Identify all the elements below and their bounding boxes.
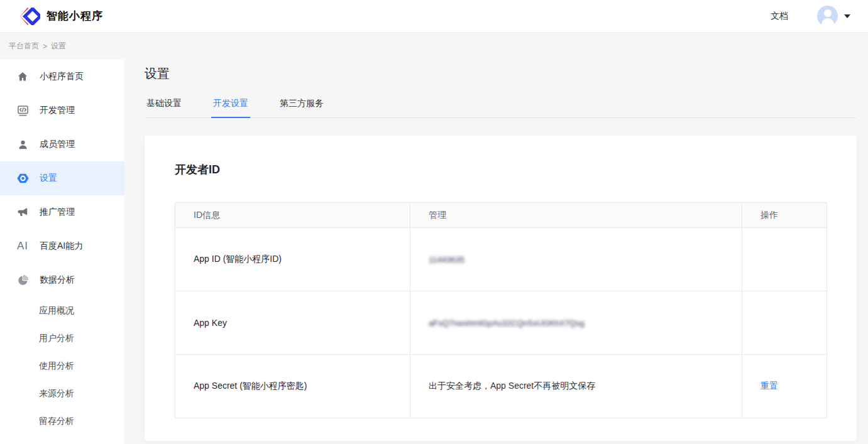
app-id-label: App ID (智能小程序ID): [175, 228, 410, 291]
sidebar-subitem-source-analysis[interactable]: 来源分析: [0, 380, 124, 408]
megaphone-icon: [16, 207, 30, 219]
brand-title: 智能小程序: [47, 9, 103, 23]
settings-icon: [16, 172, 30, 185]
pie-chart-icon: [16, 274, 30, 286]
app-key-action-cell: [742, 291, 827, 355]
sidebar-item-home[interactable]: 小程序首页: [0, 60, 124, 94]
reset-secret-link[interactable]: 重置: [761, 381, 778, 391]
avatar[interactable]: [817, 6, 838, 26]
sidebar-item-members[interactable]: 成员管理: [0, 127, 124, 161]
sidebar-item-label: 开发管理: [40, 105, 75, 116]
app-secret-action-cell: 重置: [742, 355, 827, 418]
brand[interactable]: 智能小程序: [20, 8, 103, 25]
chevron-down-icon[interactable]: [844, 14, 850, 18]
sidebar-item-dev-management[interactable]: 开发管理: [0, 94, 124, 127]
sidebar-item-label: 成员管理: [40, 139, 75, 150]
section-title-developer-id: 开发者ID: [175, 162, 827, 177]
developer-id-card: 开发者ID ID信息 管理 操作 App ID (智能小程序ID) 114436…: [145, 136, 857, 441]
app-key-value-cell: aFsQ7nwshmtGpAs32CQnSxUGKhX7Qsg: [410, 291, 742, 355]
column-header-management: 管理: [410, 203, 742, 228]
app-id-value-redacted: 11443635: [429, 255, 464, 264]
breadcrumb: 平台首页 > 设置: [0, 33, 868, 60]
table-row-app-secret: App Secret (智能小程序密匙) 出于安全考虑，App Secret不再…: [175, 355, 827, 418]
app-secret-label: App Secret (智能小程序密匙): [175, 355, 410, 418]
sidebar-item-baidu-ai[interactable]: AI 百度AI能力: [0, 229, 124, 263]
avatar-head-shape: [824, 9, 832, 17]
settings-tabs: 基础设置 开发设置 第三方服务: [145, 98, 857, 118]
member-icon: [16, 139, 30, 150]
app-id-action-cell: [742, 228, 827, 291]
app-secret-note: 出于安全考虑，App Secret不再被明文保存: [410, 355, 742, 418]
sidebar-item-label: 数据分析: [40, 274, 75, 286]
sidebar-item-promotion[interactable]: 推广管理: [0, 195, 124, 229]
docs-link[interactable]: 文档: [771, 11, 788, 22]
code-icon: [16, 105, 30, 117]
sidebar-item-settings[interactable]: 设置: [0, 161, 124, 195]
table-row-app-key: App Key aFsQ7nwshmtGpAs32CQnSxUGKhX7Qsg: [175, 291, 827, 355]
column-header-actions: 操作: [742, 203, 827, 228]
sidebar-item-label: 设置: [40, 173, 57, 184]
tab-basic-settings[interactable]: 基础设置: [145, 98, 184, 117]
tab-dev-settings[interactable]: 开发设置: [211, 98, 250, 118]
avatar-body-shape: [821, 18, 834, 26]
home-icon: [16, 71, 30, 82]
column-header-id-info: ID信息: [175, 203, 410, 228]
breadcrumb-separator: >: [43, 42, 47, 51]
sidebar-subitem-usage-analysis[interactable]: 使用分析: [0, 352, 124, 380]
top-bar: 智能小程序 文档: [0, 0, 868, 33]
breadcrumb-platform-home[interactable]: 平台首页: [9, 41, 39, 51]
sidebar-item-label: 推广管理: [40, 207, 75, 218]
tab-third-party-services[interactable]: 第三方服务: [278, 98, 326, 117]
sidebar-item-data-analysis[interactable]: 数据分析: [0, 263, 124, 297]
table-row-app-id: App ID (智能小程序ID) 11443635: [175, 228, 827, 291]
app-key-label: App Key: [175, 291, 410, 355]
main-content: 设置 基础设置 开发设置 第三方服务 开发者ID ID信息 管理 操作: [124, 60, 868, 444]
brand-logo-icon: [20, 8, 40, 25]
ai-icon: AI: [16, 240, 30, 252]
page-title: 设置: [145, 65, 868, 82]
sidebar-subitem-retention-analysis[interactable]: 留存分析: [0, 408, 124, 435]
sidebar-item-label: 百度AI能力: [40, 241, 83, 252]
app-key-value-redacted: aFsQ7nwshmtGpAs32CQnSxUGKhX7Qsg: [429, 318, 585, 328]
sidebar: 小程序首页 开发管理 成员管理: [0, 60, 124, 444]
sidebar-item-label: 小程序首页: [40, 71, 84, 82]
sidebar-subitem-user-analysis[interactable]: 用户分析: [0, 325, 124, 352]
sidebar-subitem-app-overview[interactable]: 应用概况: [0, 297, 124, 325]
app-id-value-cell: 11443635: [410, 228, 742, 291]
developer-id-table: ID信息 管理 操作 App ID (智能小程序ID) 11443635: [175, 202, 827, 418]
breadcrumb-current: 设置: [51, 41, 66, 51]
